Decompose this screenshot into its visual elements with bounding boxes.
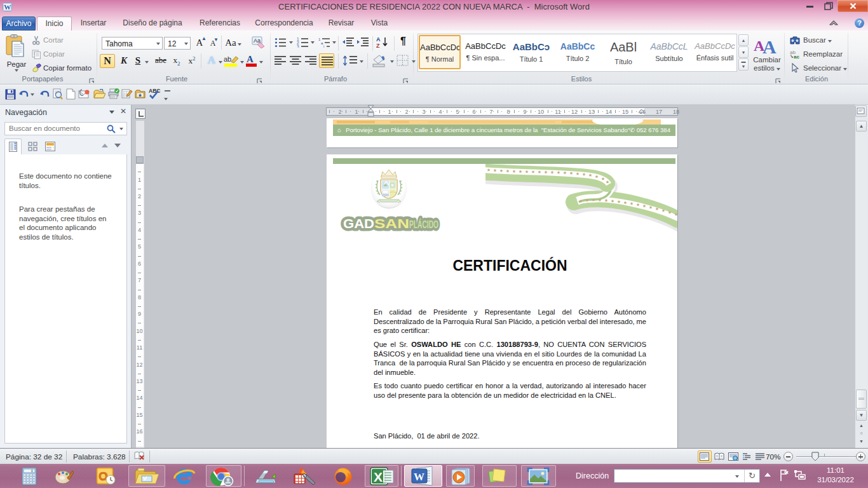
svg-text:A: A: [763, 36, 776, 55]
svg-text:GADSANPLÁCIDO: GADSANPLÁCIDO: [343, 216, 438, 231]
svg-text:X: X: [374, 470, 383, 484]
svg-text:ab: ab: [224, 55, 231, 63]
svg-text:Z: Z: [376, 43, 380, 48]
svg-text:0: 0: [31, 469, 33, 473]
svg-text:i: i: [323, 44, 324, 48]
svg-text:3: 3: [297, 44, 299, 48]
svg-text:ABC: ABC: [149, 88, 160, 94]
svg-text:A: A: [247, 54, 254, 64]
svg-text:A: A: [376, 36, 381, 43]
svg-text:ac: ac: [794, 54, 799, 59]
svg-text:W: W: [414, 471, 424, 483]
